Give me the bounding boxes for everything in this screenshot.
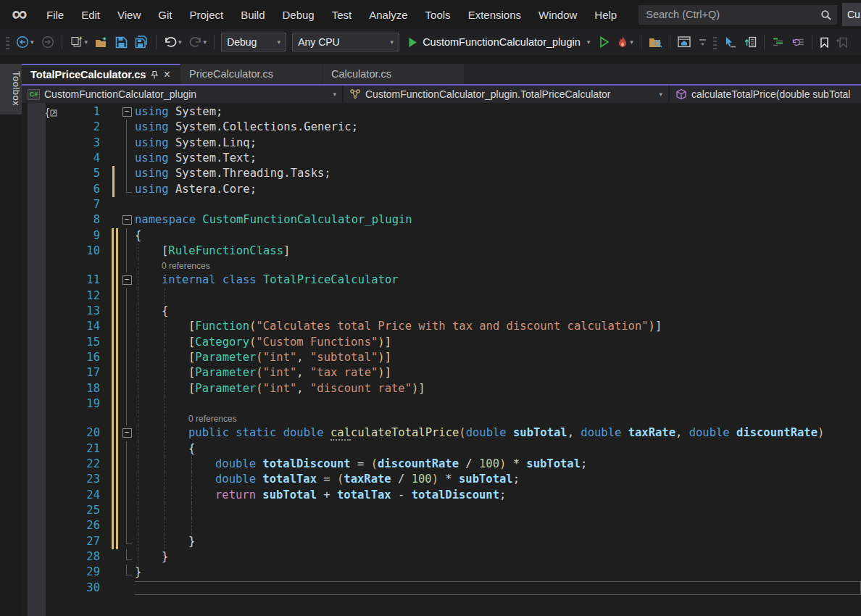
chevron-down-icon[interactable]: ▾ [587,38,591,46]
toolbar-options-button[interactable] [696,35,710,49]
chevron-down-icon[interactable]: ▾ [30,38,34,46]
code-line: 14[Function("Calculates total Price with… [48,319,861,334]
menu-view[interactable]: View [109,4,149,25]
line-number: 26 [48,518,112,533]
tab-label: TotalPriceCalculator.cs* [30,69,146,80]
menu-analyze[interactable]: Analyze [360,4,416,25]
code-token: "Calculates total Price with tax and dis… [256,320,648,333]
code-token: { [162,304,168,317]
outlining-margin [119,244,135,259]
menu-edit[interactable]: Edit [72,4,109,25]
code-token: { [135,229,141,242]
menu-tools[interactable]: Tools [417,4,459,25]
code-line: 23double totalTax = (taxRate / 100) * su… [48,472,861,487]
menu-build[interactable]: Build [232,4,273,25]
code-token: System.Collections.Generic; [169,120,358,133]
toggle-bookmark-button[interactable] [817,35,832,50]
outlining-margin [119,120,135,135]
code-line: 19 [48,396,861,412]
menu-window[interactable]: Window [530,4,586,25]
project-dropdown[interactable]: C# CustomFunctionCalculator_plugin ▾ [22,86,344,103]
code-token: TotalPriceCalculator [263,273,399,286]
code-line: 30 [48,580,861,596]
line-number: 4 [48,151,112,166]
code-token [216,273,222,286]
fold-collapse-icon[interactable]: − [122,215,132,225]
change-tracking-bar [112,457,119,472]
code-token: - [391,488,412,501]
open-file-button[interactable] [92,34,111,51]
redo-button[interactable]: ▾ [186,34,210,50]
fold-line [126,350,127,365]
format-indent-button[interactable] [769,35,787,49]
chevron-down-icon[interactable]: ▾ [204,38,207,46]
type-dropdown[interactable]: CustomFunctionCalculator_plugin.TotalPri… [344,86,670,103]
code-token: , [296,382,310,395]
codelens-references[interactable]: 0 references [135,412,237,425]
close-icon[interactable]: × [162,70,172,80]
toolbar-options-icon [699,37,707,47]
code-line: 4using System.Text; [48,151,861,166]
solution-configuration-dropdown[interactable]: Debug ▾ [221,33,286,51]
select-pointer-button[interactable] [720,34,739,50]
line-number: 20 [48,425,112,441]
save-all-icon [135,36,149,49]
previous-bookmark-icon [836,37,848,48]
code-line: 5using System.Threading.Tasks; [48,166,861,181]
fold-collapse-icon[interactable]: − [122,428,132,438]
pin-icon[interactable] [149,70,159,80]
hot-reload-button[interactable]: ▾ [614,33,636,51]
undo-button[interactable]: ▾ [161,34,185,50]
menu-test[interactable]: Test [323,4,361,25]
fold-line [126,381,127,396]
code-token: class [222,273,257,286]
menu-project[interactable]: Project [180,4,232,25]
code-token: RuleFunctionClass [168,244,283,257]
save-all-button[interactable] [132,33,151,51]
code-token: double [283,426,324,439]
document-outline-button[interactable] [741,34,760,50]
member-dropdown[interactable]: calculateTotalPrice(double subTotal [670,86,861,103]
fold-collapse-icon[interactable]: − [122,107,132,117]
start-debug-button[interactable]: CustomFunctionCalculator_plugin ▾ [404,35,594,49]
solution-platform-dropdown[interactable]: Any CPU ▾ [292,33,399,51]
tab-pricecalculator-cs[interactable]: PriceCalculator.cs [180,64,323,84]
code-token: } [188,535,195,548]
previous-bookmark-button[interactable] [833,35,851,50]
code-token: using [135,151,169,165]
tab-totalpricecalculator-cs[interactable]: TotalPriceCalculator.cs*× [22,64,180,84]
code-editor[interactable]: { 1−using System;2using System.Collectio… [22,103,861,616]
sync-active-document-button[interactable] [675,34,694,50]
quick-actions-button[interactable] [789,35,807,49]
save-button[interactable] [112,34,130,51]
codelens-references[interactable]: 0 references [135,259,210,272]
start-without-debugging-button[interactable] [596,34,612,50]
navigate-back-button[interactable]: ▾ [13,33,37,51]
menu-debug[interactable]: Debug [274,4,323,25]
code-token: "subtotal" [310,351,378,364]
menu-file[interactable]: File [38,4,72,25]
menu-extensions[interactable]: Extensions [459,4,530,25]
change-tracking-bar [112,212,119,228]
breakpoint-margin[interactable] [28,103,46,616]
navigate-forward-button[interactable] [38,33,57,51]
new-project-button[interactable]: ▾ [67,33,91,51]
tab-calculator-cs[interactable]: Calculator.cs [323,64,465,84]
menu-help[interactable]: Help [586,4,625,25]
chevron-down-icon[interactable]: ▾ [85,38,88,46]
fold-collapse-icon[interactable]: − [122,275,132,285]
chevron-down-icon[interactable]: ▾ [630,38,633,46]
toolbar-grip[interactable] [6,35,9,49]
chevron-down-icon[interactable]: ▾ [178,38,182,46]
code-outline-icon[interactable]: { [46,106,57,118]
code-token: discountRate [736,426,818,439]
outlining-margin [119,288,135,304]
sidebar-tab-toolbox[interactable]: Toolbox [0,64,22,115]
account-badge[interactable]: Cu [842,3,861,26]
change-tracking-bar [112,488,119,503]
search-box[interactable]: Search (Ctrl+Q) [639,5,837,25]
find-in-files-button[interactable] [646,34,665,51]
toolbar-grip[interactable] [713,35,717,49]
menu-git[interactable]: Git [149,4,180,25]
outlining-margin [119,182,135,197]
